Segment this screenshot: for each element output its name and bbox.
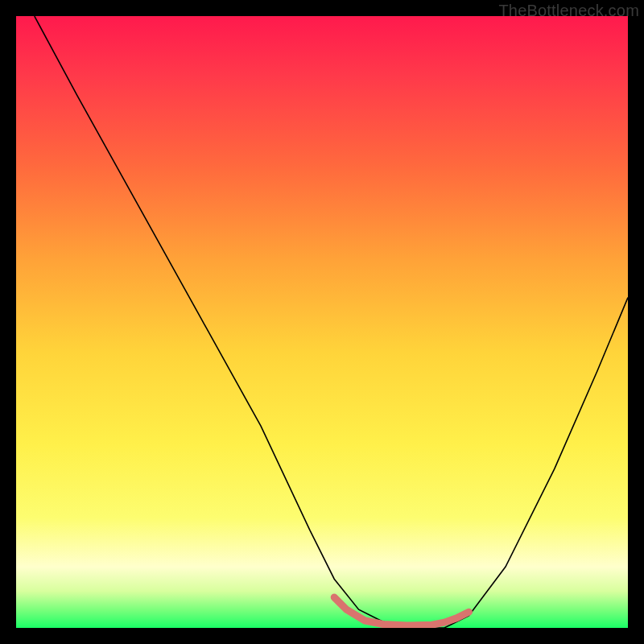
- chart-svg: [16, 16, 628, 628]
- plot-area: [16, 16, 628, 628]
- bottleneck-curve-path: [35, 16, 628, 628]
- optimal-band-path: [334, 597, 469, 625]
- chart-frame: TheBottleneck.com: [0, 0, 644, 644]
